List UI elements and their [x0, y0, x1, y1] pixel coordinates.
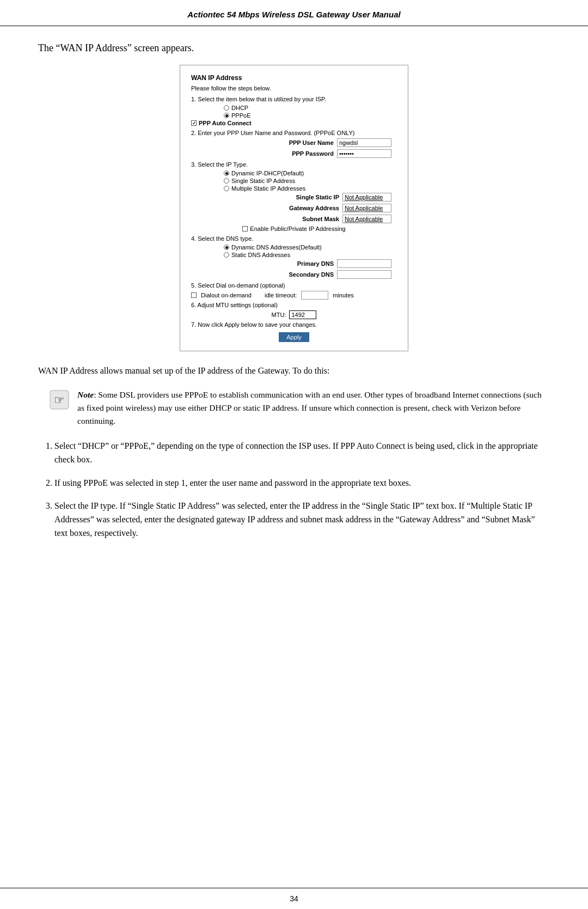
- ss-step6: 6. Adjust MTU settings (optional): [191, 302, 397, 308]
- ss-step4: 4. Select the DNS type.: [191, 235, 397, 242]
- step-1: Select “DHCP” or “PPPoE,” depending on t…: [54, 440, 550, 467]
- secondary-dns-input[interactable]: [337, 270, 391, 279]
- dns-type-group: Dynamic DNS Addresses(Default) Static DN…: [191, 244, 397, 258]
- note-body: : Some DSL providers use PPPoE to establ…: [77, 390, 542, 425]
- ip-type-group: Dynamic IP-DHCP(Default) Single Static I…: [191, 170, 397, 192]
- single-static-ip-row: Single Static IP: [191, 193, 397, 202]
- body-text: WAN IP Address allows manual set up of t…: [38, 364, 550, 377]
- dynamic-ip-option: Dynamic IP-DHCP(Default): [224, 170, 397, 176]
- ppp-auto-checkbox[interactable]: [191, 120, 197, 126]
- dialout-checkbox[interactable]: [191, 292, 197, 298]
- gateway-address-label: Gateway Address: [289, 205, 339, 211]
- multiple-static-label: Multiple Static IP Addresses: [231, 185, 305, 192]
- enable-row: Enable Public/Private IP Addressing: [191, 225, 397, 232]
- username-field-row: PPP User Name: [191, 138, 397, 147]
- dialout-label: Dialout on-demand: [201, 292, 252, 298]
- ss-step2: 2. Enter your PPP User Name and Password…: [191, 130, 397, 136]
- dhcp-option: DHCP: [224, 105, 397, 111]
- dhcp-radio[interactable]: [224, 105, 229, 111]
- header-title: Actiontec 54 Mbps Wireless DSL Gateway U…: [33, 10, 555, 19]
- step-2: If using PPPoE was selected in step 1, e…: [54, 477, 550, 490]
- single-static-option: Single Static IP Address: [224, 178, 397, 184]
- note-icon: ☞: [49, 389, 70, 410]
- idle-timeout-label: idle timeout:: [265, 292, 297, 298]
- page-container: Actiontec 54 Mbps Wireless DSL Gateway U…: [0, 0, 588, 909]
- page-footer: 34: [0, 888, 588, 909]
- single-static-label: Single Static IP Address: [231, 178, 295, 184]
- primary-dns-label: Primary DNS: [285, 260, 334, 267]
- secondary-dns-row: Secondary DNS: [191, 270, 397, 279]
- enable-label: Enable Public/Private IP Addressing: [250, 225, 345, 232]
- dhcp-radio-group: DHCP PPPoE: [191, 105, 397, 119]
- mtu-input[interactable]: [289, 310, 316, 319]
- dhcp-label: DHCP: [231, 105, 248, 111]
- content-area: The “WAN IP Address” screen appears. WAN…: [0, 26, 588, 572]
- pppoe-label: PPPoE: [231, 112, 250, 119]
- idle-timeout-input[interactable]: [301, 291, 328, 300]
- svg-text:☞: ☞: [54, 393, 65, 407]
- ss-title: WAN IP Address: [191, 74, 397, 82]
- primary-dns-row: Primary DNS: [191, 259, 397, 268]
- steps-list: Select “DHCP” or “PPPoE,” depending on t…: [38, 440, 550, 540]
- intro-text: The “WAN IP Address” screen appears.: [38, 42, 550, 54]
- note-block: ☞ Note: Some DSL providers use PPPoE to …: [38, 388, 550, 428]
- ss-step1: 1. Select the item below that is utilize…: [191, 96, 397, 102]
- mtu-row: MTU:: [191, 310, 397, 319]
- secondary-dns-label: Secondary DNS: [285, 271, 334, 278]
- static-dns-radio[interactable]: [224, 252, 229, 258]
- ss-step3: 3. Select the IP Type.: [191, 161, 397, 168]
- single-static-ip-label: Single Static IP: [290, 194, 339, 200]
- ppp-auto-connect-row: PPP Auto Connect: [191, 120, 397, 126]
- static-dns-label: Static DNS Addresses: [231, 252, 290, 258]
- dynamic-dns-radio[interactable]: [224, 245, 229, 250]
- mtu-label: MTU:: [272, 312, 286, 318]
- multiple-static-option: Multiple Static IP Addresses: [224, 185, 397, 192]
- ss-step7: 7. Now click Apply below to save your ch…: [191, 321, 397, 328]
- note-text: Note: Some DSL providers use PPPoE to es…: [77, 388, 550, 428]
- dialout-row: Dialout on-demand idle timeout: minutes: [191, 291, 397, 300]
- minutes-label: minutes: [333, 292, 354, 298]
- subnet-mask-input[interactable]: [342, 215, 391, 223]
- step-3: Select the IP type. If “Single Static IP…: [54, 499, 550, 540]
- gateway-address-row: Gateway Address: [191, 204, 397, 212]
- page-header: Actiontec 54 Mbps Wireless DSL Gateway U…: [0, 0, 588, 26]
- pppoe-option: PPPoE: [224, 112, 397, 119]
- apply-row: Apply: [191, 332, 397, 342]
- ppp-auto-label: PPP Auto Connect: [199, 120, 252, 126]
- username-label: PPP User Name: [285, 139, 334, 146]
- pppoe-radio[interactable]: [224, 113, 229, 118]
- page-number: 34: [290, 894, 298, 903]
- password-label: PPP Password: [285, 150, 334, 157]
- dynamic-dns-label: Dynamic DNS Addresses(Default): [231, 244, 322, 251]
- gateway-address-input[interactable]: [342, 204, 391, 212]
- subnet-mask-row: Subnet Mask: [191, 215, 397, 223]
- subnet-mask-label: Subnet Mask: [290, 216, 339, 222]
- ss-step5: 5. Select Dial on-demand (optional): [191, 282, 397, 289]
- username-input[interactable]: [337, 138, 391, 147]
- ss-desc: Please follow the steps below.: [191, 85, 397, 91]
- note-prefix: Note: [77, 390, 94, 399]
- password-field-row: PPP Password: [191, 149, 397, 158]
- primary-dns-input[interactable]: [337, 259, 391, 268]
- screenshot-box: WAN IP Address Please follow the steps b…: [180, 65, 408, 351]
- dynamic-dns-option: Dynamic DNS Addresses(Default): [224, 244, 397, 251]
- single-static-ip-input[interactable]: [342, 193, 391, 202]
- single-static-radio[interactable]: [224, 178, 229, 184]
- dynamic-ip-radio[interactable]: [224, 170, 229, 176]
- password-input[interactable]: [337, 149, 391, 158]
- apply-button[interactable]: Apply: [279, 332, 309, 342]
- enable-checkbox[interactable]: [242, 226, 248, 231]
- dynamic-ip-label: Dynamic IP-DHCP(Default): [231, 170, 304, 176]
- multiple-static-radio[interactable]: [224, 186, 229, 191]
- static-dns-option: Static DNS Addresses: [224, 252, 397, 258]
